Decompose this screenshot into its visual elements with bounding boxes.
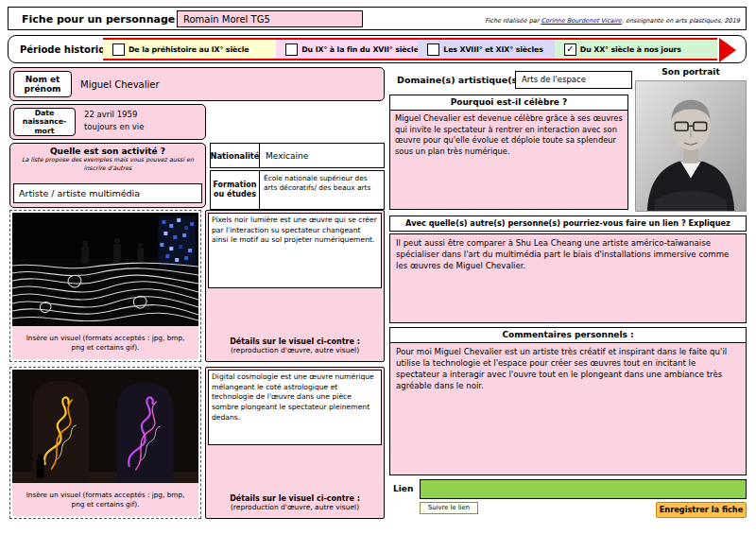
nom-prenom-label: Nom et prénom [13,71,72,97]
nom-prenom-box: Nom et prénom Miguel Chevalier [9,67,385,101]
details-visuel-2-box: Digital cosmologie est une œuvre numériq… [205,367,385,519]
date-field[interactable]: 22 avril 1959 toujours en vie [84,109,201,133]
domaine-field[interactable]: Arts de l'espace [515,71,632,89]
periode-segment-ix-xvii: Du IX° à la fin du XVII° siècle [276,40,418,59]
date-box: Date naissance-mort 22 avril 1959 toujou… [9,104,206,140]
nationalite-row: Nationalité Mexicaine [210,143,385,168]
lien-personnes-title: Avec quelle(s) autre(s) personne(s) pour… [389,216,747,232]
activite-box: Quelle est son activité ? La liste propo… [9,143,206,208]
domaine-label: Domaine(s) artistique(s) [397,75,522,85]
periode-checkbox-ix-xvii[interactable] [285,43,298,56]
periode-segment-prehistoire: De la préhistoire au IX° siècle [103,40,276,59]
details-visuel-1-field[interactable]: Pixels noir lumière est une œuvre qui se… [208,213,382,288]
periode-checkbox-xx[interactable]: ✓ [564,43,576,56]
visuel-1-caption: Insère un visuel (formats acceptés : jpg… [12,326,198,359]
artwork-photo-2 [12,370,198,483]
periode-segment-xx: ✓ Du XX° siècle à nos jours [555,40,717,59]
formation-label: Formation ou études [210,170,260,210]
lien-personnes-field[interactable]: Il peut aussi être comparer à Shu Lea Ch… [389,233,747,323]
fiche-page: Fiche pour un personnage par Romain More… [0,0,756,535]
nationalite-field[interactable]: Mexicaine [260,143,385,168]
periode-option-label: Les XVIII° et XIX° siècles [443,45,542,54]
activite-hint: La liste propose des exemples mais vous … [10,156,205,172]
date-naissance: 22 avril 1959 [84,109,201,121]
periode-option-label: Du XX° siècle à nos jours [580,45,681,54]
celebre-field[interactable]: Miguel Chevalier est devenue célèbre grâ… [390,111,627,209]
commentaires-field[interactable]: Pour moi Miguel Chevalier est un artiste… [390,343,746,475]
lien-input[interactable] [420,479,747,499]
details-title: Détails sur le visuel ci-contre : [206,494,384,503]
details-subtitle: (reproduction d'œuvre, autre visuel) [206,503,384,511]
credit-author-link[interactable]: Corinne Bourdenet Vicaire [541,17,622,25]
timeline-band: De la préhistoire au IX° siècle Du IX° à… [103,38,717,60]
header-bar: Fiche pour un personnage par Romain More… [8,7,747,30]
page-title: Fiche pour un personnage par [22,13,198,26]
formation-row: Formation ou études École nationale supé… [210,170,385,210]
periode-option-label: Du IX° à la fin du XVII° siècle [301,45,418,54]
details-visuel-2-labels: Détails sur le visuel ci-contre : (repro… [206,494,384,511]
lien-label: Lien [393,484,413,493]
details-subtitle: (reproduction d'œuvre, autre visuel) [206,346,384,354]
credit-prefix: Fiche réalisée par [485,17,541,25]
periode-checkbox-xviii-xix[interactable] [427,43,439,56]
suivre-lien-button[interactable]: Suivre le lien [420,502,478,514]
author-input[interactable]: Romain Morel TG5 [177,10,363,27]
details-title: Détails sur le visuel ci-contre : [206,337,384,346]
nationalite-label: Nationalité [210,143,260,168]
formation-field[interactable]: École nationale supérieur des arts décor… [260,170,385,210]
celebre-box: Pourquoi est-il célèbre ? Miguel Chevali… [389,95,628,210]
visuel-2-caption: Insère un visuel (formats acceptés : jpg… [12,483,198,516]
artwork-photo-1 [12,213,198,326]
date-label: Date naissance-mort [13,108,76,136]
credit-suffix: , enseignante en arts plastiques, 2019 [622,17,740,25]
periode-segment-xviii-xix: Les XVIII° et XIX° siècles [418,40,555,59]
nom-prenom-field[interactable]: Miguel Chevalier [80,68,380,100]
activite-title: Quelle est son activité ? [10,147,205,156]
details-visuel-1-labels: Détails sur le visuel ci-contre : (repro… [206,337,384,354]
periode-checkbox-prehistoire[interactable] [112,43,125,56]
commentaires-box: Commentaires personnels : Pour moi Migue… [389,327,747,475]
credit-line: Fiche réalisée par Corinne Bourdenet Vic… [485,17,740,25]
details-visuel-2-field[interactable]: Digital cosmologie est une œuvre numériq… [208,370,382,445]
enregistrer-fiche-button[interactable]: Enregistrer la fiche [656,502,747,518]
timeline-arrow-icon [719,38,736,62]
commentaires-title: Commentaires personnels : [390,328,746,343]
visuel-1-zone[interactable]: Insère un visuel (formats acceptés : jpg… [9,210,201,362]
portrait-photo [635,80,747,212]
periode-option-label: De la préhistoire au IX° siècle [129,45,249,54]
activite-field[interactable]: Artiste / artiste multimédia [13,183,202,203]
periode-historique-box: Période historique De la préhistoire au … [8,35,747,63]
date-statut: toujours en vie [84,121,201,133]
details-visuel-1-box: Pixels noir lumière est une œuvre qui se… [205,210,385,362]
visuel-2-zone[interactable]: Insère un visuel (formats acceptés : jpg… [9,367,201,519]
celebre-title: Pourquoi est-il célèbre ? [390,95,627,111]
portrait-label: Son portrait [635,67,747,77]
